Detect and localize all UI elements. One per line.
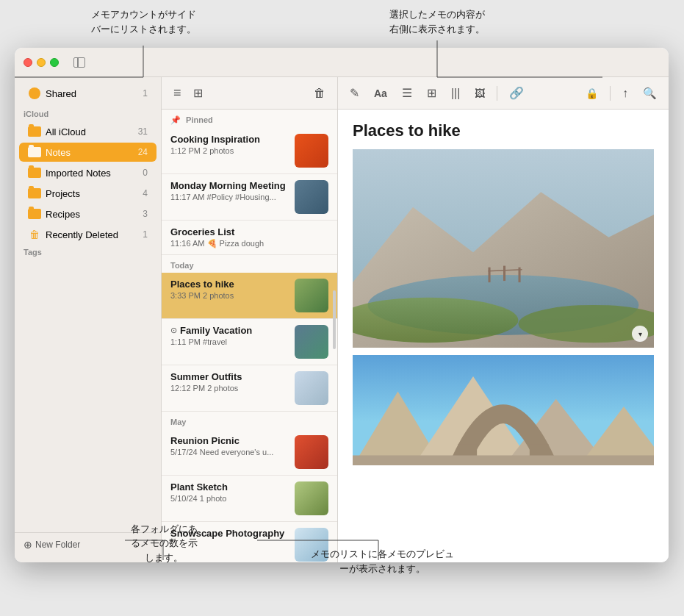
note-thumb-vacation bbox=[295, 325, 328, 359]
list-view-button[interactable]: ≡ bbox=[170, 82, 184, 104]
table-icon: ⊞ bbox=[427, 86, 436, 100]
compose-icon: ✎ bbox=[350, 86, 359, 100]
grid-view-button[interactable]: ⊞ bbox=[190, 83, 206, 103]
app-window: Shared 1 iCloud All iCloud 31 Notes 24 bbox=[15, 48, 669, 562]
note-item-snow[interactable]: Snowscape Photography bbox=[162, 522, 337, 562]
sidebar-label-all-icloud: All iCloud bbox=[46, 126, 135, 137]
delete-icon: 🗑 bbox=[314, 87, 325, 100]
callout-detail: 選択したメモの内容が右側に表示されます。 bbox=[360, 7, 514, 36]
sidebar-count-recipes: 3 bbox=[143, 209, 148, 219]
search-icon: 🔍 bbox=[643, 87, 657, 100]
tags-section-label: Tags bbox=[15, 245, 161, 259]
new-folder-button[interactable]: ⊕ New Folder bbox=[24, 539, 80, 551]
note-info-cooking: Cooking Inspiration 1:12 PM 2 photos bbox=[170, 134, 289, 155]
media-icon: 🖼 bbox=[475, 87, 485, 99]
hiking-image-1: ▾ bbox=[353, 149, 654, 348]
audio-button[interactable]: ||| bbox=[448, 84, 463, 103]
note-thumb-hike bbox=[295, 279, 328, 312]
detail-toolbar: ✎ Aa ☰ ⊞ ||| 🖼 🔗 bbox=[338, 77, 669, 110]
note-meta-cooking: 1:12 PM 2 photos bbox=[170, 146, 289, 155]
note-title-hike: Places to hike bbox=[170, 279, 289, 290]
traffic-lights bbox=[24, 58, 59, 67]
note-info-vacation: ⊙ Family Vacation 1:11 PM #travel bbox=[170, 325, 289, 346]
list-view-icon: ≡ bbox=[173, 85, 181, 101]
table-button[interactable]: ⊞ bbox=[424, 83, 439, 103]
note-thumb-cooking bbox=[295, 134, 328, 168]
font-button[interactable]: Aa bbox=[371, 85, 390, 102]
sidebar-item-recently-deleted[interactable]: 🗑 Recently Deleted 1 bbox=[19, 225, 156, 244]
sidebar-item-recipes[interactable]: Recipes 3 bbox=[19, 204, 156, 223]
title-bar bbox=[15, 48, 669, 77]
folder-icon-recipes bbox=[28, 207, 41, 221]
sidebar: Shared 1 iCloud All iCloud 31 Notes 24 bbox=[15, 77, 162, 562]
note-item-groceries[interactable]: Groceries List 11:16 AM 🍕 Pizza dough bbox=[162, 221, 337, 255]
pinned-section-header: 📌 Pinned bbox=[162, 110, 337, 128]
notes-list-panel: ≡ ⊞ 🗑 📌 Pinned bbox=[162, 77, 338, 562]
media-button[interactable]: 🖼 bbox=[472, 85, 488, 102]
shared-icon bbox=[28, 87, 41, 100]
note-item-picnic[interactable]: Reunion Picnic 5/17/24 Need everyone's u… bbox=[162, 429, 337, 476]
link-button[interactable]: 🔗 bbox=[506, 83, 527, 103]
note-meta-plant: 5/10/24 1 photo bbox=[170, 494, 289, 503]
sidebar-toggle-button[interactable] bbox=[73, 57, 85, 68]
lock-button[interactable]: 🔒 bbox=[583, 85, 601, 102]
notes-list-toolbar: ≡ ⊞ 🗑 bbox=[162, 77, 337, 110]
note-info-outfits: Summer Outfits 12:12 PM 2 photos bbox=[170, 371, 289, 393]
minimize-button[interactable] bbox=[37, 58, 46, 67]
note-item-meeting[interactable]: Monday Morning Meeting 11:17 AM #Policy … bbox=[162, 174, 337, 221]
note-info-snow: Snowscape Photography bbox=[170, 528, 289, 540]
note-thumb-picnic bbox=[295, 435, 328, 469]
note-item-vacation[interactable]: ⊙ Family Vacation 1:11 PM #travel bbox=[162, 319, 337, 365]
sidebar-label-recently-deleted: Recently Deleted bbox=[46, 229, 140, 240]
note-title-outfits: Summer Outfits bbox=[170, 371, 289, 382]
lock-icon: 🔒 bbox=[586, 87, 598, 99]
notes-list-scroll[interactable]: 📌 Pinned Cooking Inspiration 1:12 PM 2 p… bbox=[162, 110, 337, 562]
sidebar-count-imported-notes: 0 bbox=[143, 168, 148, 178]
note-item-outfits[interactable]: Summer Outfits 12:12 PM 2 photos bbox=[162, 365, 337, 412]
trash-icon: 🗑 bbox=[28, 228, 41, 241]
sidebar-label-imported-notes: Imported Notes bbox=[46, 168, 140, 179]
folder-icon-all-icloud bbox=[28, 125, 41, 138]
sidebar-item-projects[interactable]: Projects 4 bbox=[19, 184, 156, 203]
sidebar-label-recipes: Recipes bbox=[46, 209, 140, 220]
sidebar-count-all-icloud: 31 bbox=[138, 126, 148, 137]
note-item-plant[interactable]: Plant Sketch 5/10/24 1 photo bbox=[162, 476, 337, 522]
note-meta-groceries: 11:16 AM 🍕 Pizza dough bbox=[170, 239, 328, 248]
sidebar-count-projects: 4 bbox=[143, 188, 148, 198]
may-section-header: May bbox=[162, 412, 337, 429]
note-meta-outfits: 12:12 PM 2 photos bbox=[170, 384, 289, 393]
svg-rect-6 bbox=[503, 266, 505, 282]
note-title-meeting: Monday Morning Meeting bbox=[170, 180, 289, 191]
sidebar-label-projects: Projects bbox=[46, 188, 140, 199]
compose-button[interactable]: ✎ bbox=[347, 83, 362, 103]
note-item-cooking[interactable]: Cooking Inspiration 1:12 PM 2 photos bbox=[162, 128, 337, 174]
note-meta-picnic: 5/17/24 Need everyone's u... bbox=[170, 448, 289, 456]
note-detail-title: Places to hike bbox=[353, 121, 654, 140]
image-dropdown-chevron[interactable]: ▾ bbox=[632, 326, 648, 342]
note-info-plant: Plant Sketch 5/10/24 1 photo bbox=[170, 481, 289, 503]
note-title-cooking: Cooking Inspiration bbox=[170, 134, 289, 145]
icloud-section-label: iCloud bbox=[15, 104, 161, 121]
folder-icon-projects bbox=[28, 187, 41, 200]
close-button[interactable] bbox=[24, 58, 32, 67]
sidebar-item-notes[interactable]: Notes 24 bbox=[19, 143, 156, 162]
delete-notes-button[interactable]: 🗑 bbox=[311, 84, 328, 103]
sidebar-item-imported-notes[interactable]: Imported Notes 0 bbox=[19, 163, 156, 182]
checklist-icon: ☰ bbox=[402, 86, 412, 100]
sidebar-item-all-icloud[interactable]: All iCloud 31 bbox=[19, 122, 156, 141]
detail-content[interactable]: Places to hike bbox=[338, 110, 669, 562]
plus-icon: ⊕ bbox=[24, 539, 32, 551]
note-title-snow: Snowscape Photography bbox=[170, 528, 289, 539]
checklist-button[interactable]: ☰ bbox=[399, 83, 415, 103]
sidebar-item-shared[interactable]: Shared 1 bbox=[19, 84, 156, 103]
sidebar-count-shared: 1 bbox=[143, 88, 148, 99]
grid-view-icon: ⊞ bbox=[193, 86, 203, 100]
note-info-meeting: Monday Morning Meeting 11:17 AM #Policy … bbox=[170, 180, 289, 201]
new-folder-label: New Folder bbox=[35, 540, 80, 550]
maximize-button[interactable] bbox=[50, 58, 59, 67]
note-item-hike[interactable]: Places to hike 3:33 PM 2 photos bbox=[162, 273, 337, 319]
note-info-hike: Places to hike 3:33 PM 2 photos bbox=[170, 279, 289, 300]
note-thumb-outfits bbox=[295, 371, 328, 405]
search-button[interactable]: 🔍 bbox=[640, 84, 660, 103]
share-button[interactable]: ↑ bbox=[619, 84, 631, 103]
